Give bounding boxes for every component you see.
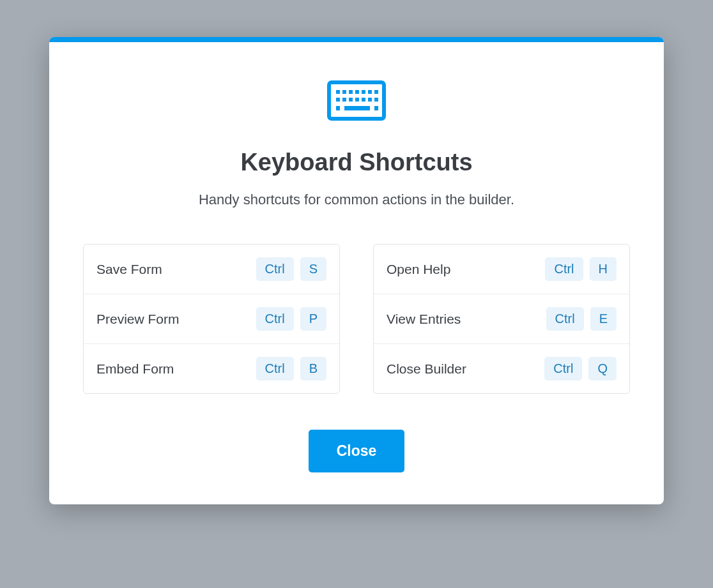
svg-rect-5 [362,90,365,94]
shortcut-keys: Ctrl S [256,257,326,281]
svg-rect-16 [344,106,370,110]
key-letter: E [590,307,617,331]
svg-rect-2 [342,90,346,94]
shortcut-keys: Ctrl B [256,357,326,381]
shortcut-label: Save Form [96,262,162,277]
shortcut-row-embed-form: Embed Form Ctrl B [84,344,339,393]
shortcut-label: Close Builder [387,361,466,377]
shortcut-label: Preview Form [96,312,180,327]
shortcut-keys: Ctrl H [545,257,617,281]
key-letter: B [300,357,326,381]
svg-rect-12 [362,98,365,102]
svg-rect-8 [336,98,340,102]
svg-rect-14 [374,98,378,102]
svg-rect-11 [355,98,359,102]
shortcut-label: Open Help [387,262,450,277]
modal-subtitle: Handy shortcuts for common actions in th… [199,192,514,208]
shortcut-row-preview-form: Preview Form Ctrl P [84,294,339,344]
shortcuts-column-left: Save Form Ctrl S Preview Form Ctrl P Emb… [83,244,340,394]
shortcut-row-close-builder: Close Builder Ctrl Q [374,344,629,393]
keyboard-shortcuts-modal: Keyboard Shortcuts Handy shortcuts for c… [49,37,664,504]
shortcut-row-view-entries: View Entries Ctrl E [374,294,629,344]
shortcut-keys: Ctrl E [546,307,617,331]
shortcut-keys: Ctrl P [256,307,326,331]
svg-rect-10 [349,98,353,102]
modal-title: Keyboard Shortcuts [240,149,472,176]
modal-content: Keyboard Shortcuts Handy shortcuts for c… [49,42,664,504]
svg-rect-15 [336,106,340,110]
key-modifier: Ctrl [546,307,584,331]
key-letter: P [300,307,326,331]
key-modifier: Ctrl [544,357,582,381]
key-modifier: Ctrl [256,257,294,281]
svg-rect-6 [368,90,372,94]
svg-rect-13 [368,98,372,102]
keyboard-icon [327,80,386,123]
svg-rect-9 [342,98,346,102]
key-letter: H [590,257,617,281]
key-modifier: Ctrl [256,307,294,331]
shortcut-row-save-form: Save Form Ctrl S [84,245,339,294]
key-modifier: Ctrl [545,257,583,281]
svg-rect-7 [374,90,378,94]
key-modifier: Ctrl [256,357,294,381]
shortcuts-grid: Save Form Ctrl S Preview Form Ctrl P Emb… [81,244,632,394]
modal-accent-bar [49,37,664,42]
shortcut-label: Embed Form [96,361,174,377]
shortcuts-column-right: Open Help Ctrl H View Entries Ctrl E Clo… [373,244,630,394]
shortcut-keys: Ctrl Q [544,357,617,381]
shortcut-row-open-help: Open Help Ctrl H [374,245,629,294]
key-letter: S [300,257,326,281]
svg-rect-1 [336,90,340,94]
svg-rect-3 [349,90,353,94]
svg-rect-4 [355,90,359,94]
shortcut-label: View Entries [387,312,461,327]
key-letter: Q [588,357,617,381]
svg-rect-17 [374,106,378,110]
close-button[interactable]: Close [309,430,405,472]
